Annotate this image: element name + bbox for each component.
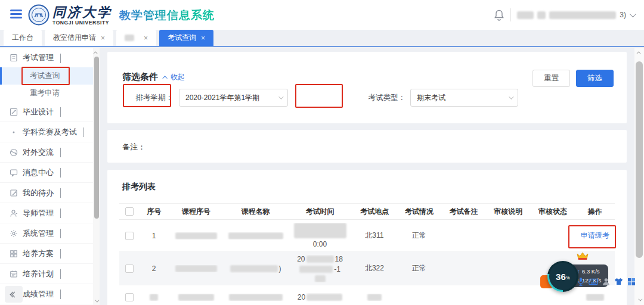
sidebar-item-系统管理[interactable]: 系统管理 xyxy=(0,223,93,244)
upload-speed: 6.3 K/s xyxy=(582,267,600,276)
browser-speed-overlay: ↑ 6.3 K/s ↓ 127 K/s 36% xyxy=(540,253,636,294)
redacted-block xyxy=(178,294,214,301)
speed-percent: 36 xyxy=(556,272,566,282)
redacted-block xyxy=(306,256,334,263)
chevron-right-icon xyxy=(60,168,61,177)
chevron-down-icon xyxy=(509,94,513,99)
filter-section-title: 筛选条件 xyxy=(122,71,158,83)
select-all-checkbox[interactable] xyxy=(125,207,134,216)
column-header: 课程序号 xyxy=(169,207,223,217)
column-header: 审核说明 xyxy=(486,207,531,217)
globe-icon xyxy=(10,148,18,157)
page-scrollbar-thumb[interactable] xyxy=(636,61,643,258)
sidebar-item-培养方案[interactable]: 培养方案 xyxy=(0,244,93,264)
app-grid-icon[interactable] xyxy=(627,278,636,286)
redacted-block xyxy=(299,266,333,273)
filter-submit-button[interactable]: 筛选 xyxy=(576,70,614,87)
speed-ball-36-percent[interactable]: 36% xyxy=(547,261,578,292)
tab-close-icon[interactable]: × xyxy=(201,35,205,42)
table-cell: 正常 xyxy=(397,263,441,273)
tab-考试查询[interactable]: 考试查询× xyxy=(159,30,213,46)
semester-field-label: 排考学期： xyxy=(119,88,173,108)
page-scrollbar[interactable] xyxy=(634,48,644,305)
sidebar-item-我的待办[interactable]: 我的待办 xyxy=(0,183,93,203)
hamburger-menu-icon[interactable] xyxy=(10,10,22,20)
app-header: 同济大学 TONGJI UNIVERSITY 教学管理信息系统 3) xyxy=(0,0,644,30)
tab-label: 工作台 xyxy=(12,33,33,43)
cell-text-fragment: 18 xyxy=(335,255,343,263)
cell-text-fragment: 20 xyxy=(298,293,305,301)
tab-close-icon[interactable]: × xyxy=(101,35,105,42)
user-name-redacted xyxy=(549,11,616,19)
sidebar-scrollbar[interactable] xyxy=(93,48,100,305)
redacted-block xyxy=(228,232,283,239)
row-checkbox[interactable] xyxy=(125,232,134,240)
row-checkbox[interactable] xyxy=(125,264,134,273)
exam-type-select[interactable]: 期末考试 xyxy=(410,89,518,107)
sidebar-item-考试管理[interactable]: 考试管理 xyxy=(0,48,93,67)
scroll-down-icon[interactable] xyxy=(634,295,644,304)
tab-教室借用申请[interactable]: 教室借用申请× xyxy=(45,30,113,46)
tab-close-icon[interactable]: × xyxy=(144,35,148,42)
table-cell: 20 xyxy=(288,293,352,301)
semester-select[interactable]: 2020-2021学年第1学期 xyxy=(179,89,288,107)
column-header: 考试地点 xyxy=(352,207,397,217)
cell-text-fragment: -1 xyxy=(334,265,340,273)
redacted-block xyxy=(229,294,283,301)
sidebar-item-label: 系统管理 xyxy=(23,228,54,239)
tab-工作台[interactable]: 工作台 xyxy=(4,30,42,46)
gear-icon xyxy=(10,229,18,238)
chevron-down-icon xyxy=(630,11,636,17)
calendar-icon xyxy=(10,270,18,278)
remarks-card: 备注： xyxy=(107,130,627,163)
notification-bell-icon[interactable] xyxy=(494,9,504,21)
chevron-right-icon xyxy=(60,188,61,197)
person-icon[interactable] xyxy=(602,278,610,286)
scroll-up-icon[interactable] xyxy=(634,48,644,57)
row-checkbox[interactable] xyxy=(125,293,134,301)
redacted-block xyxy=(150,294,158,301)
chevron-up-icon xyxy=(162,76,167,80)
scroll-up-icon[interactable] xyxy=(93,48,100,57)
filter-collapse-link[interactable]: 收起 xyxy=(164,72,185,82)
table-cell: 北322 xyxy=(352,263,397,273)
sidebar-item-label: 我的待办 xyxy=(23,188,54,198)
sidebar-item-学科竞赛及考试[interactable]: 学科竞赛及考试 xyxy=(0,122,93,142)
sidebar-item-label: 重考申请 xyxy=(30,88,60,98)
column-header: 序号 xyxy=(139,207,169,217)
sidebar-collapse-button[interactable] xyxy=(5,286,23,303)
scroll-down-icon[interactable] xyxy=(93,297,100,305)
chevron-down-icon xyxy=(60,54,61,63)
app-title: 教学管理信息系统 xyxy=(119,8,215,23)
sidebar-item-重考申请[interactable]: 重考申请 xyxy=(0,85,93,102)
redacted-block xyxy=(175,265,217,272)
sidebar-item-消息中心[interactable]: 消息中心 xyxy=(0,163,93,183)
sidebar-item-对外交流[interactable]: 对外交流 xyxy=(0,142,93,163)
table-cell: 2018-1 xyxy=(288,255,352,282)
sidebar-item-考试查询[interactable]: 考试查询 xyxy=(0,67,93,85)
keyboard-icon[interactable] xyxy=(589,278,598,285)
apply-deferred-exam-link[interactable]: 申请缓考 xyxy=(581,231,609,241)
redacted-block xyxy=(315,275,326,282)
design-icon xyxy=(10,108,18,116)
column-header: 考试备注 xyxy=(441,207,486,217)
sidebar-item-培养计划[interactable]: 培养计划 xyxy=(0,264,93,284)
sidebar-scrollbar-thumb[interactable] xyxy=(94,57,99,219)
grid4-icon xyxy=(10,250,18,258)
reset-button[interactable]: 重置 xyxy=(532,70,570,87)
tab-redacted[interactable]: × xyxy=(116,30,156,46)
table-cell: ) xyxy=(224,264,288,273)
sidebar-item-导师管理[interactable]: 导师管理 xyxy=(0,203,93,223)
redacted-block xyxy=(367,294,382,301)
university-name-en: TONGJI UNIVERSITY xyxy=(52,20,109,26)
user-name-fragment: 3) xyxy=(620,11,626,19)
redacted-block xyxy=(294,223,346,238)
microphone-icon[interactable] xyxy=(577,277,584,286)
table-row: 10:00北311正常申请缓考 xyxy=(119,220,615,252)
shirt-icon[interactable] xyxy=(614,278,623,285)
user-menu[interactable]: 3) xyxy=(517,11,634,19)
table-cell: 2 xyxy=(139,264,169,273)
sidebar-item-毕业设计[interactable]: 毕业设计 xyxy=(0,102,93,122)
todo-icon xyxy=(10,189,18,197)
table-cell xyxy=(169,265,223,272)
